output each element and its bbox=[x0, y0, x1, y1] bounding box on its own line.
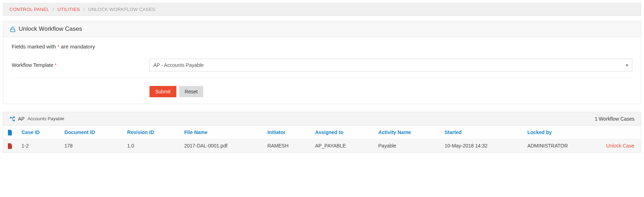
unlock-case-link[interactable]: Unlock Case bbox=[606, 143, 634, 149]
form-buttons: Submit Reset bbox=[12, 86, 632, 97]
svg-rect-1 bbox=[10, 117, 11, 118]
unlock-workflow-panel: Unlock Workflow Cases Fields marked with… bbox=[3, 21, 641, 104]
cell-started: 10-May-2018 14:32 bbox=[440, 139, 523, 152]
breadcrumb: CONTROL PANEL / UTILITIES / UNLOCK WORKF… bbox=[3, 3, 641, 16]
panel-body: Fields marked with * are mandatory Workf… bbox=[3, 37, 641, 104]
cell-locked-by: ADMINISTRATOR bbox=[523, 139, 602, 152]
col-revision-id[interactable]: Revision ID bbox=[123, 126, 180, 139]
cell-initiator: RAMESH bbox=[263, 139, 311, 152]
col-locked-by[interactable]: Locked by bbox=[523, 126, 602, 139]
col-initiator[interactable]: Initiator bbox=[263, 126, 311, 139]
cell-activity-name: Payable bbox=[374, 139, 440, 152]
mandatory-note: Fields marked with * are mandatory bbox=[12, 44, 632, 50]
col-assigned-to[interactable]: Assigned to bbox=[311, 126, 374, 139]
results-name: Accounts Payable bbox=[28, 116, 64, 121]
cell-case-id: 1-2 bbox=[17, 139, 60, 152]
required-asterisk: * bbox=[55, 62, 57, 68]
col-file-icon bbox=[3, 126, 17, 139]
mandatory-note-pre: Fields marked with bbox=[12, 44, 57, 50]
breadcrumb-current: UNLOCK WORKFLOW CASES bbox=[88, 7, 156, 12]
results-table: Case ID Document ID Revision ID File Nam… bbox=[3, 126, 641, 152]
cell-revision-id: 1.0 bbox=[123, 139, 180, 152]
unlock-icon bbox=[10, 25, 16, 33]
results-count: 1 Workflow Cases bbox=[595, 116, 634, 122]
mandatory-note-post: are mandatory bbox=[59, 44, 95, 50]
workflow-template-select[interactable]: AP - Accounts Payable bbox=[150, 59, 632, 71]
breadcrumb-link-utilities[interactable]: UTILITIES bbox=[58, 7, 80, 12]
cell-file-name: 2017-DAL-0001.pdf bbox=[180, 139, 263, 152]
file-icon bbox=[7, 129, 12, 135]
cell-document-id: 178 bbox=[60, 139, 123, 152]
workflow-icon bbox=[10, 116, 15, 122]
cell-assigned-to: AP_PAYABLE bbox=[311, 139, 374, 152]
svg-rect-0 bbox=[11, 29, 15, 32]
reset-button[interactable]: Reset bbox=[179, 86, 204, 97]
panel-header: Unlock Workflow Cases bbox=[3, 21, 641, 37]
breadcrumb-separator: / bbox=[83, 7, 85, 12]
svg-rect-2 bbox=[13, 117, 15, 118]
breadcrumb-separator: / bbox=[53, 7, 54, 12]
workflow-template-label-text: Workflow Template bbox=[12, 62, 55, 68]
results-header: AP Accounts Payable 1 Workflow Cases bbox=[3, 112, 641, 126]
submit-button[interactable]: Submit bbox=[150, 86, 176, 97]
col-action bbox=[602, 126, 641, 139]
results-code: AP bbox=[18, 116, 25, 122]
pdf-icon bbox=[7, 143, 12, 149]
col-activity-name[interactable]: Activity Name bbox=[374, 126, 440, 139]
table-row: 1-2 178 1.0 2017-DAL-0001.pdf RAMESH AP_… bbox=[3, 139, 641, 152]
col-case-id[interactable]: Case ID bbox=[17, 126, 60, 139]
col-document-id[interactable]: Document ID bbox=[60, 126, 123, 139]
col-started[interactable]: Started bbox=[440, 126, 523, 139]
workflow-template-row: Workflow Template * AP - Accounts Payabl… bbox=[12, 59, 632, 71]
svg-rect-3 bbox=[13, 120, 15, 121]
divider bbox=[12, 78, 632, 78]
breadcrumb-link-control-panel[interactable]: CONTROL PANEL bbox=[10, 7, 49, 12]
results-panel: AP Accounts Payable 1 Workflow Cases Cas… bbox=[3, 112, 641, 153]
col-file-name[interactable]: File Name bbox=[180, 126, 263, 139]
workflow-template-label: Workflow Template * bbox=[12, 62, 150, 68]
panel-title: Unlock Workflow Cases bbox=[19, 25, 82, 33]
